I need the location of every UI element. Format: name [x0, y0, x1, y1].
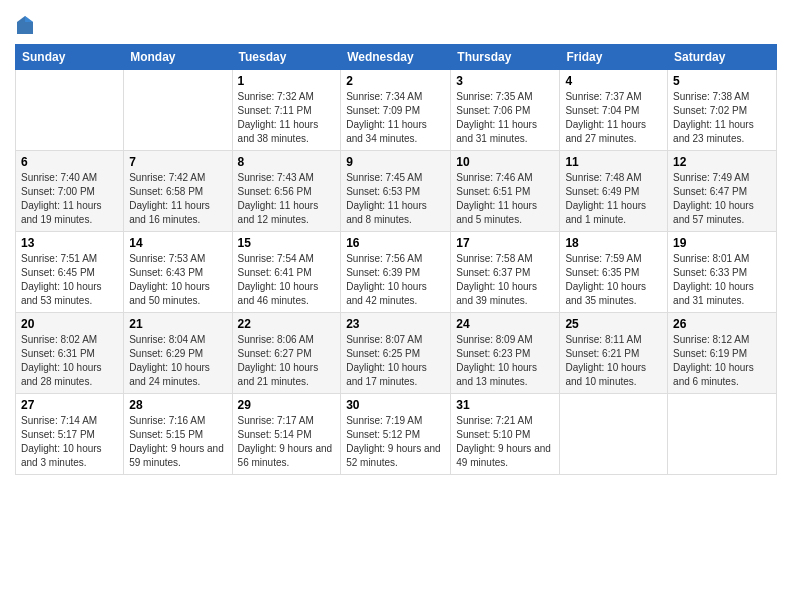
day-number: 5	[673, 74, 771, 88]
calendar-cell: 24Sunrise: 8:09 AMSunset: 6:23 PMDayligh…	[451, 313, 560, 394]
calendar-cell	[560, 394, 668, 475]
day-info: Sunrise: 8:12 AMSunset: 6:19 PMDaylight:…	[673, 333, 771, 389]
day-number: 20	[21, 317, 118, 331]
calendar-cell: 9Sunrise: 7:45 AMSunset: 6:53 PMDaylight…	[341, 151, 451, 232]
calendar-cell: 1Sunrise: 7:32 AMSunset: 7:11 PMDaylight…	[232, 70, 341, 151]
day-number: 11	[565, 155, 662, 169]
day-info: Sunrise: 7:48 AMSunset: 6:49 PMDaylight:…	[565, 171, 662, 227]
day-info: Sunrise: 7:38 AMSunset: 7:02 PMDaylight:…	[673, 90, 771, 146]
calendar-cell: 29Sunrise: 7:17 AMSunset: 5:14 PMDayligh…	[232, 394, 341, 475]
day-number: 1	[238, 74, 336, 88]
day-info: Sunrise: 8:04 AMSunset: 6:29 PMDaylight:…	[129, 333, 226, 389]
day-info: Sunrise: 7:19 AMSunset: 5:12 PMDaylight:…	[346, 414, 445, 470]
calendar-cell: 14Sunrise: 7:53 AMSunset: 6:43 PMDayligh…	[124, 232, 232, 313]
day-number: 9	[346, 155, 445, 169]
day-info: Sunrise: 7:46 AMSunset: 6:51 PMDaylight:…	[456, 171, 554, 227]
day-number: 15	[238, 236, 336, 250]
day-number: 19	[673, 236, 771, 250]
calendar-header-row: SundayMondayTuesdayWednesdayThursdayFrid…	[16, 45, 777, 70]
weekday-header: Friday	[560, 45, 668, 70]
day-number: 25	[565, 317, 662, 331]
day-info: Sunrise: 7:51 AMSunset: 6:45 PMDaylight:…	[21, 252, 118, 308]
calendar-cell: 15Sunrise: 7:54 AMSunset: 6:41 PMDayligh…	[232, 232, 341, 313]
day-info: Sunrise: 7:32 AMSunset: 7:11 PMDaylight:…	[238, 90, 336, 146]
calendar-cell: 5Sunrise: 7:38 AMSunset: 7:02 PMDaylight…	[668, 70, 777, 151]
weekday-header: Saturday	[668, 45, 777, 70]
day-number: 23	[346, 317, 445, 331]
calendar-table: SundayMondayTuesdayWednesdayThursdayFrid…	[15, 44, 777, 475]
day-number: 2	[346, 74, 445, 88]
day-info: Sunrise: 7:53 AMSunset: 6:43 PMDaylight:…	[129, 252, 226, 308]
weekday-header: Tuesday	[232, 45, 341, 70]
day-info: Sunrise: 7:43 AMSunset: 6:56 PMDaylight:…	[238, 171, 336, 227]
calendar-cell: 27Sunrise: 7:14 AMSunset: 5:17 PMDayligh…	[16, 394, 124, 475]
logo-icon	[15, 14, 35, 36]
calendar-cell: 23Sunrise: 8:07 AMSunset: 6:25 PMDayligh…	[341, 313, 451, 394]
day-number: 26	[673, 317, 771, 331]
day-info: Sunrise: 7:21 AMSunset: 5:10 PMDaylight:…	[456, 414, 554, 470]
day-info: Sunrise: 7:17 AMSunset: 5:14 PMDaylight:…	[238, 414, 336, 470]
day-info: Sunrise: 7:59 AMSunset: 6:35 PMDaylight:…	[565, 252, 662, 308]
calendar-cell: 7Sunrise: 7:42 AMSunset: 6:58 PMDaylight…	[124, 151, 232, 232]
day-info: Sunrise: 7:56 AMSunset: 6:39 PMDaylight:…	[346, 252, 445, 308]
calendar-cell: 28Sunrise: 7:16 AMSunset: 5:15 PMDayligh…	[124, 394, 232, 475]
day-info: Sunrise: 7:42 AMSunset: 6:58 PMDaylight:…	[129, 171, 226, 227]
calendar-cell: 19Sunrise: 8:01 AMSunset: 6:33 PMDayligh…	[668, 232, 777, 313]
day-number: 3	[456, 74, 554, 88]
calendar-cell: 11Sunrise: 7:48 AMSunset: 6:49 PMDayligh…	[560, 151, 668, 232]
weekday-header: Thursday	[451, 45, 560, 70]
day-info: Sunrise: 8:02 AMSunset: 6:31 PMDaylight:…	[21, 333, 118, 389]
day-info: Sunrise: 7:37 AMSunset: 7:04 PMDaylight:…	[565, 90, 662, 146]
weekday-header: Wednesday	[341, 45, 451, 70]
day-info: Sunrise: 7:45 AMSunset: 6:53 PMDaylight:…	[346, 171, 445, 227]
calendar-cell: 26Sunrise: 8:12 AMSunset: 6:19 PMDayligh…	[668, 313, 777, 394]
calendar-cell: 2Sunrise: 7:34 AMSunset: 7:09 PMDaylight…	[341, 70, 451, 151]
svg-marker-1	[25, 16, 33, 22]
day-info: Sunrise: 8:01 AMSunset: 6:33 PMDaylight:…	[673, 252, 771, 308]
calendar-cell: 6Sunrise: 7:40 AMSunset: 7:00 PMDaylight…	[16, 151, 124, 232]
calendar-cell: 10Sunrise: 7:46 AMSunset: 6:51 PMDayligh…	[451, 151, 560, 232]
weekday-header: Monday	[124, 45, 232, 70]
day-info: Sunrise: 7:16 AMSunset: 5:15 PMDaylight:…	[129, 414, 226, 470]
day-number: 13	[21, 236, 118, 250]
day-number: 24	[456, 317, 554, 331]
day-number: 18	[565, 236, 662, 250]
weekday-header: Sunday	[16, 45, 124, 70]
day-info: Sunrise: 8:06 AMSunset: 6:27 PMDaylight:…	[238, 333, 336, 389]
calendar-cell: 12Sunrise: 7:49 AMSunset: 6:47 PMDayligh…	[668, 151, 777, 232]
day-number: 10	[456, 155, 554, 169]
calendar-cell: 3Sunrise: 7:35 AMSunset: 7:06 PMDaylight…	[451, 70, 560, 151]
calendar-week-row: 27Sunrise: 7:14 AMSunset: 5:17 PMDayligh…	[16, 394, 777, 475]
day-number: 21	[129, 317, 226, 331]
calendar-cell: 22Sunrise: 8:06 AMSunset: 6:27 PMDayligh…	[232, 313, 341, 394]
calendar-cell	[124, 70, 232, 151]
calendar-cell	[668, 394, 777, 475]
day-number: 12	[673, 155, 771, 169]
day-number: 22	[238, 317, 336, 331]
day-number: 27	[21, 398, 118, 412]
calendar-cell: 16Sunrise: 7:56 AMSunset: 6:39 PMDayligh…	[341, 232, 451, 313]
day-number: 6	[21, 155, 118, 169]
day-number: 14	[129, 236, 226, 250]
day-info: Sunrise: 7:40 AMSunset: 7:00 PMDaylight:…	[21, 171, 118, 227]
calendar-week-row: 20Sunrise: 8:02 AMSunset: 6:31 PMDayligh…	[16, 313, 777, 394]
calendar-cell: 4Sunrise: 7:37 AMSunset: 7:04 PMDaylight…	[560, 70, 668, 151]
day-info: Sunrise: 8:11 AMSunset: 6:21 PMDaylight:…	[565, 333, 662, 389]
day-info: Sunrise: 8:09 AMSunset: 6:23 PMDaylight:…	[456, 333, 554, 389]
day-number: 17	[456, 236, 554, 250]
day-number: 7	[129, 155, 226, 169]
day-number: 16	[346, 236, 445, 250]
calendar-cell: 30Sunrise: 7:19 AMSunset: 5:12 PMDayligh…	[341, 394, 451, 475]
day-info: Sunrise: 7:34 AMSunset: 7:09 PMDaylight:…	[346, 90, 445, 146]
day-number: 29	[238, 398, 336, 412]
logo	[15, 14, 37, 36]
calendar-cell: 31Sunrise: 7:21 AMSunset: 5:10 PMDayligh…	[451, 394, 560, 475]
calendar-cell: 20Sunrise: 8:02 AMSunset: 6:31 PMDayligh…	[16, 313, 124, 394]
day-info: Sunrise: 7:54 AMSunset: 6:41 PMDaylight:…	[238, 252, 336, 308]
calendar-cell: 18Sunrise: 7:59 AMSunset: 6:35 PMDayligh…	[560, 232, 668, 313]
calendar-cell	[16, 70, 124, 151]
calendar-cell: 13Sunrise: 7:51 AMSunset: 6:45 PMDayligh…	[16, 232, 124, 313]
calendar-cell: 21Sunrise: 8:04 AMSunset: 6:29 PMDayligh…	[124, 313, 232, 394]
day-number: 28	[129, 398, 226, 412]
day-number: 8	[238, 155, 336, 169]
